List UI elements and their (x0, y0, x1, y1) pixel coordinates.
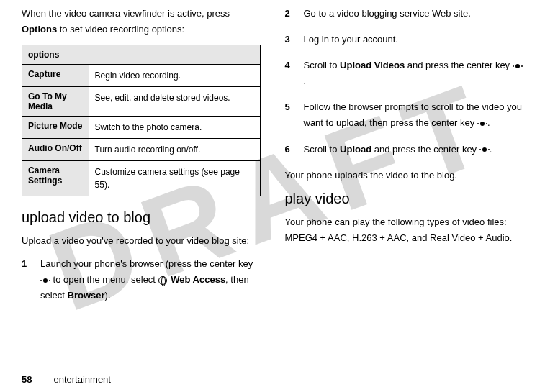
play-video-text: Your phone can play the following types … (285, 214, 524, 246)
heading-upload-video: upload video to blog (22, 209, 261, 226)
step-3: 3 Log in to your account. (285, 32, 524, 47)
step-number: 1 (22, 256, 32, 304)
step-body: Follow the browser prompts to scroll to … (304, 99, 524, 131)
table-row: Capture Begin video recording. (22, 65, 261, 87)
opt-label: Audio On/Off (22, 139, 89, 161)
section-name: entertainment (53, 374, 111, 385)
options-label: Options (22, 24, 57, 35)
heading-play-video: play video (285, 191, 524, 207)
table-row: Picture Mode Switch to the photo camera. (22, 117, 261, 139)
step-body: Scroll to Upload and press the center ke… (304, 142, 524, 158)
step6-pre: Scroll to (304, 144, 341, 155)
step-number: 4 (285, 58, 295, 89)
options-table-header: options (22, 45, 261, 65)
center-key-icon (479, 146, 490, 153)
step1-pre: Launch your phone's browser (press the c… (40, 258, 253, 269)
step-6: 6 Scroll to Upload and press the center … (285, 142, 524, 158)
opt-label: Picture Mode (22, 117, 89, 139)
center-key-icon (513, 63, 523, 70)
center-key-icon (40, 277, 50, 284)
upload-intro: Upload a video you've recorded to your v… (22, 233, 261, 249)
step-number: 5 (285, 99, 295, 131)
step-number: 6 (285, 142, 295, 158)
step-body: Scroll to Upload Videos and press the ce… (304, 58, 524, 89)
intro-post: to set video recording options: (57, 24, 184, 35)
step5-post: . (487, 117, 490, 128)
step1-post: ). (105, 290, 111, 301)
table-row: Camera Settings Customize camera setting… (22, 161, 261, 196)
opt-desc: Customize camera settings (see page 55). (89, 161, 260, 196)
step1-mid1: to open the menu, select (50, 274, 158, 285)
step-1: 1 Launch your phone's browser (press the… (22, 256, 261, 304)
step6-post: . (490, 144, 492, 155)
web-access-label: Web Access (171, 274, 225, 285)
upload-videos-label: Upload Videos (340, 60, 405, 70)
options-table: options Capture Begin video recording. G… (22, 45, 261, 196)
opt-desc: Switch to the photo camera. (89, 117, 260, 139)
step6-mid: and press the center key (371, 144, 479, 155)
intro-pre: When the video camera viewfinder is acti… (22, 8, 230, 19)
opt-label: Capture (22, 65, 89, 87)
left-column: When the video camera viewfinder is acti… (22, 6, 261, 314)
step-4: 4 Scroll to Upload Videos and press the … (285, 58, 524, 89)
opt-label: Camera Settings (22, 161, 89, 196)
browser-label: Browser (68, 290, 105, 301)
step-2: 2 Go to a video blogging service Web sit… (285, 6, 524, 22)
opt-label: Go To My Media (22, 87, 89, 117)
center-key-icon (477, 120, 487, 127)
table-row: Go To My Media See, edit, and delete sto… (22, 87, 261, 117)
page-number: 58 (22, 374, 32, 385)
intro-text: When the video camera viewfinder is acti… (22, 6, 261, 37)
opt-desc: Begin video recording. (89, 65, 260, 87)
opt-desc: Turn audio recording on/off. (89, 139, 260, 161)
step-body: Log in to your account. (304, 32, 524, 47)
page-content: When the video camera viewfinder is acti… (0, 0, 545, 322)
step-5: 5 Follow the browser prompts to scroll t… (285, 99, 524, 131)
upload-label: Upload (340, 144, 371, 155)
right-column: 2 Go to a video blogging service Web sit… (285, 6, 524, 314)
step-number: 2 (285, 6, 295, 22)
step-body: Go to a video blogging service Web site. (304, 6, 524, 22)
step4-mid: and press the center key (405, 60, 513, 70)
page-footer: 58entertainment (22, 374, 111, 385)
globe-icon (158, 276, 167, 285)
step4-pre: Scroll to (304, 60, 341, 70)
opt-desc: See, edit, and delete stored videos. (89, 87, 260, 117)
step-body: Launch your phone's browser (press the c… (40, 256, 261, 304)
step4-post: . (304, 76, 307, 86)
step-number: 3 (285, 32, 295, 47)
table-row: Audio On/Off Turn audio recording on/off… (22, 139, 261, 161)
upload-done-text: Your phone uploads the video to the blog… (285, 168, 524, 183)
